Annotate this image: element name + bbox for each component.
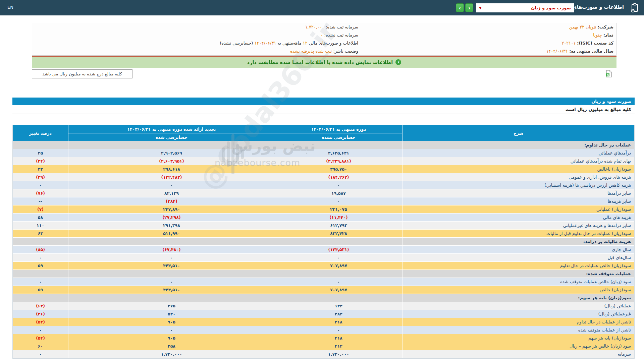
table-row: سال‌هاي قبل۰۰۰ [13, 254, 634, 262]
fiscal-year-label: سال مالی منتهی به: [569, 49, 613, 54]
company-name-label: شرکت: [598, 24, 613, 29]
cell-prior-period-value: (۶۷,۴۸۰) [68, 246, 275, 253]
table-amounts-note: کلیه مبالغ به میلیون ریال است [12, 105, 635, 114]
cell-prior-period-value: ۴۴۴,۵۱۰ [68, 262, 275, 269]
cell-current-period-value: (۱۲۴,۵۳۱) [275, 246, 402, 253]
cell-current-period-value [275, 238, 402, 245]
isic-code-label: کد صنعت (ISIC): [577, 41, 613, 46]
ticker-symbol-value: چنوپا [593, 33, 602, 38]
table-row: سود (زیان) خالص عملیات متوقف شده۰۰۰ [13, 278, 634, 286]
cell-description: سود(زیان) پایه هر سهم [402, 334, 634, 342]
cell-description: سود(زیان) پایه هر سهم: [402, 294, 634, 302]
income-statement-table: شرح دوره منتهی به ۱۴۰۴/۰۶/۳۱ حسابرسی نشد… [12, 125, 635, 359]
amounts-note-row: کلیه مبالغ درج شده به میلیون ریال می باش… [32, 69, 616, 79]
cell-current-period-value [275, 270, 402, 278]
table-row: سود(زیان) خالص عملیات در حال تداوم۷۰۷,۸۹… [13, 262, 634, 270]
export-excel-icon[interactable] [606, 70, 612, 79]
statement-nav-buttons: ‹ › [456, 3, 473, 12]
cell-description: سایر هزینه‌ها [402, 197, 634, 205]
cell-description: ناشي از عملیات در حال تداوم [402, 318, 634, 326]
cell-prior-period-value: ۵۱۱,۹۹۰ [68, 230, 275, 237]
statement-type-dropdown-value: صورت سود و زیان [531, 5, 571, 10]
cell-percent-change: ۵۹ [13, 286, 68, 294]
registered-capital-label: سرمایه ثبت شده: [326, 24, 358, 29]
company-info-panel: شرکت: نئوپان ۲۲ بهمن سرمایه ثبت شده: ۱,۷… [32, 23, 616, 56]
issuer-status-value: ثبت شده پذیرفته نشده [290, 49, 332, 54]
table-row: سود(زیان) خالص۷۰۷,۸۹۷۴۴۴,۵۱۰۵۹ [13, 286, 634, 294]
cell-percent-change: ۰ [13, 278, 68, 286]
cell-description: درآمدهاي عملیاتي [402, 149, 634, 157]
cell-description: هزینه های فروش، اداری و عمومی [402, 173, 634, 181]
cell-current-period-value [275, 294, 402, 302]
cell-prior-period-value: ۲۴۷,۸۹۰ [68, 205, 275, 213]
cell-description: سود(زیان) ناخالص [402, 165, 634, 173]
cell-description: سود(زیان) عملیات در حال تداوم قبل از مال… [402, 230, 634, 237]
company-name-value: نئوپان ۲۲ بهمن [569, 24, 596, 29]
cell-current-period-value: (۱۱,۴۴۰) [275, 214, 402, 221]
cell-percent-change: (۶۴) [13, 302, 68, 310]
cell-percent-change: ۰ [13, 326, 68, 334]
cell-current-period-value: ۳۹۵,۷۵۰ [275, 165, 402, 173]
cell-prior-period-value: ۹۰۵ [68, 334, 275, 342]
cell-percent-change [13, 270, 68, 278]
next-statement-button[interactable]: › [456, 3, 464, 12]
section-row: عملیات در حال تداوم: [13, 141, 634, 149]
cell-current-period-value [275, 141, 402, 149]
cell-prior-period-value: ۰ [68, 326, 275, 334]
cell-percent-change: ۵۹ [13, 262, 68, 269]
cell-description: سال‌هاي قبل [402, 254, 634, 261]
unregistered-capital-label: سرمایه ثبت نشده: [324, 33, 358, 38]
cell-percent-change: ۰ [13, 181, 68, 189]
cell-current-period-value: ۲۸۴ [275, 310, 402, 318]
table-row: سایر درآمدها۱۹,۵۸۷۸۲,۱۳۹(۷۶) [13, 189, 634, 197]
statement-period-date: ۱۴۰۴/۰۶/۳۱ [255, 41, 276, 46]
cell-current-period-value: ۰ [275, 197, 402, 205]
cell-current-period-value: ۱,۷۲۰,۰۰۰ [275, 350, 402, 358]
ticker-symbol-label: نماد: [603, 33, 613, 38]
cell-current-period-value: ۴۱۸ [275, 318, 402, 326]
registered-capital-value: ۱,۷۲۰,۰۰۰ [305, 24, 324, 29]
table-row: سود(زیان) عملیاتی۲۳۱,۰۷۵۲۴۷,۸۹۰(۷) [13, 205, 634, 214]
table-row: عملیاتي (ریال)۱۳۴۳۷۵(۶۴) [13, 302, 634, 310]
table-row: ناشي از عملیات متوقف شده۰۰۰ [13, 326, 634, 334]
cell-description: هزینه مالیات بر درآمد: [402, 238, 634, 245]
fiscal-year-value: ۱۴۰۴/۰۶/۳۱ [546, 49, 568, 54]
cell-percent-change: (۵۴) [13, 318, 68, 326]
table-row: سود(زیان) عملیات در حال تداوم قبل از مال… [13, 230, 634, 238]
cell-percent-change: (۲۴) [13, 157, 68, 165]
cell-prior-period-value: (۳۸۴) [68, 197, 275, 205]
cell-prior-period-value: (۱۳۲,۴۸۳) [68, 173, 275, 181]
cell-current-period-value: ۳,۶۲۵,۶۳۱ [275, 149, 402, 157]
previous-statement-button[interactable]: ‹ [465, 3, 473, 12]
cell-current-period-value: (۱۸۴,۲۶۲) [275, 173, 402, 181]
cell-percent-change [13, 238, 68, 245]
statement-type-dropdown[interactable]: صورت سود و زیان ▼ [476, 3, 574, 12]
table-row: سایر هزینه‌ها۰(۳۸۴)-- [13, 197, 634, 205]
cell-percent-change: (۵۴) [13, 334, 68, 342]
english-language-link[interactable]: EN [7, 5, 13, 10]
cell-current-period-value: (۳,۲۲۹,۸۸۱) [275, 157, 402, 165]
spacer [12, 114, 635, 125]
table-row: هزینه های مالی(۱۱,۴۴۰)(۲۷,۲۹۸)۵۸ [13, 214, 634, 222]
statement-period-audit-note: (حسابرسی نشده) [220, 41, 253, 46]
cell-percent-change: ۶۰ [13, 342, 68, 350]
fiscal-year-row: سال مالی منتهی به: ۱۴۰۴/۰۶/۳۱ [361, 47, 616, 55]
amounts-note-box: کلیه مبالغ درج شده به میلیون ریال می باش… [32, 69, 132, 78]
isic-code-row: کد صنعت (ISIC): ۲۰۲۱۰۱ [361, 39, 616, 47]
ticker-symbol-row: نماد: چنوپا [361, 31, 616, 39]
cell-current-period-value: ۴۱۲ [275, 342, 402, 350]
cell-current-period-value: ۰ [275, 278, 402, 286]
cell-description: سود (زیان) خالص عملیات متوقف شده [402, 278, 634, 286]
cell-current-period-value: ۱۳۴ [275, 302, 402, 310]
cell-description: سال جاري [402, 246, 634, 253]
cell-prior-period-value: ۲,۹۰۲,۵۶۹ [68, 149, 275, 157]
cell-prior-period-value [68, 270, 275, 278]
cell-percent-change: ۰ [13, 350, 68, 358]
cell-percent-change: ۳۳ [13, 165, 68, 173]
cell-current-period-value: ۰ [275, 181, 402, 189]
cell-prior-period-value: ۰ [68, 254, 275, 261]
cell-current-period-value: ۰ [275, 254, 402, 261]
dropdown-caret-icon: ▼ [479, 6, 482, 10]
cell-percent-change: (۷) [13, 205, 68, 213]
unregistered-capital-value: ۰ [320, 33, 323, 38]
